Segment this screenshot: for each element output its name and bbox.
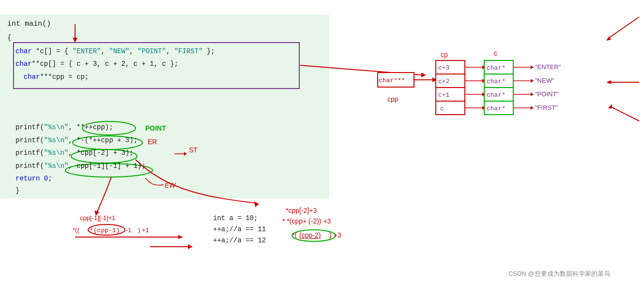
svg-rect-28	[484, 60, 513, 74]
svg-marker-40	[482, 79, 485, 83]
svg-text:ER: ER	[148, 138, 157, 146]
svg-text:c: c	[494, 49, 497, 57]
printf-line-1: printf("%s\n", **++cpp);	[15, 121, 146, 134]
svg-marker-42	[482, 92, 485, 96]
svg-marker-46	[531, 65, 534, 69]
svg-text:) +1: ) +1	[138, 226, 149, 234]
svg-line-6	[300, 65, 421, 75]
svg-marker-7	[421, 73, 426, 77]
svg-rect-18	[436, 60, 465, 74]
svg-text:char*: char*	[487, 64, 506, 72]
svg-text:*cpp[-2]+3: *cpp[-2]+3	[286, 207, 317, 214]
svg-text:c+3: c+3	[438, 64, 449, 72]
svg-line-61	[610, 106, 639, 121]
svg-text:*(: *(	[292, 231, 297, 239]
svg-marker-17	[432, 77, 437, 82]
svg-line-57	[608, 17, 639, 39]
svg-text:* *(cpp+ (-2)) +3: * *(cpp+ (-2)) +3	[282, 217, 331, 225]
svg-marker-58	[606, 36, 611, 41]
svg-text:int a = 10;: int a = 10;	[213, 214, 258, 222]
svg-marker-13	[188, 244, 193, 249]
svg-point-65	[292, 230, 336, 241]
svg-text:) +3: ) +3	[329, 231, 341, 239]
svg-rect-14	[378, 73, 414, 87]
svg-marker-11	[94, 210, 99, 216]
svg-marker-10	[254, 201, 259, 207]
svg-marker-62	[608, 104, 612, 108]
svg-marker-44	[482, 106, 485, 110]
svg-marker-82	[178, 235, 183, 239]
svg-text:*((: *((	[73, 226, 79, 234]
code-line-1: char *c[] = { "ENTER", "NEW", "POINT", "…	[15, 45, 215, 58]
svg-text:*(cpp-1): *(cpp-1)	[90, 227, 120, 234]
svg-text:"ENTER": "ENTER"	[535, 63, 561, 71]
svg-text:char***: char***	[379, 77, 405, 84]
svg-marker-52	[531, 92, 534, 96]
svg-text:"NEW": "NEW"	[535, 77, 554, 84]
svg-text:POINT: POINT	[145, 124, 166, 132]
svg-rect-24	[436, 101, 465, 115]
svg-marker-60	[606, 80, 611, 84]
svg-rect-22	[436, 88, 465, 101]
svg-marker-49	[531, 79, 534, 83]
svg-marker-55	[531, 106, 534, 110]
svg-text:EW: EW	[165, 181, 176, 189]
svg-text:cp: cp	[441, 51, 448, 59]
printf-line-4: printf("%s\n", cpp[-1][-1] + 1);	[15, 160, 146, 173]
svg-text:"FIRST": "FIRST"	[535, 104, 558, 111]
svg-text:-1: -1	[126, 226, 132, 234]
svg-rect-30	[484, 74, 513, 88]
svg-text:"POINT": "POINT"	[535, 90, 559, 98]
svg-text:CSDN @想要成为数据科学家的菜鸟: CSDN @想要成为数据科学家的菜鸟	[508, 270, 610, 277]
code-line-3: char***cpp = cp;	[15, 71, 215, 83]
svg-text:(cpp-2): (cpp-2)	[299, 231, 321, 239]
svg-text:char*: char*	[487, 91, 506, 99]
code-line-2: char**cp[] = { c + 3, c + 2, c + 1, c };	[15, 58, 215, 70]
svg-marker-9	[73, 38, 77, 43]
svg-text:char*: char*	[487, 78, 506, 85]
main-header: int main()	[7, 18, 51, 30]
svg-text:c+2: c+2	[438, 78, 449, 85]
svg-rect-20	[436, 74, 465, 88]
svg-rect-34	[484, 101, 513, 115]
printf-line-2: printf("%s\n", *-(*++cpp + 3);	[15, 134, 146, 147]
svg-text:cpp: cpp	[387, 95, 399, 103]
svg-rect-32	[484, 88, 513, 101]
svg-text:cpp[-1][-1]+1: cpp[-1][-1]+1	[80, 214, 115, 222]
svg-point-77	[88, 224, 125, 235]
svg-text:ST: ST	[189, 146, 198, 154]
brace-close: }	[15, 185, 146, 196]
svg-text:++a;//a == 12: ++a;//a == 12	[213, 237, 266, 244]
svg-text:char*: char*	[487, 105, 506, 112]
svg-text:++a;//a == 11: ++a;//a == 11	[213, 225, 266, 233]
svg-marker-73	[184, 152, 187, 156]
svg-marker-38	[482, 65, 485, 69]
brace-open: {	[7, 32, 51, 43]
printf-line-3: printf("%s\n", *cpp[-2] + 3);	[15, 147, 146, 160]
svg-text:c+1: c+1	[438, 91, 450, 99]
svg-text:c: c	[440, 105, 444, 112]
return-line: return 0;	[15, 172, 146, 185]
